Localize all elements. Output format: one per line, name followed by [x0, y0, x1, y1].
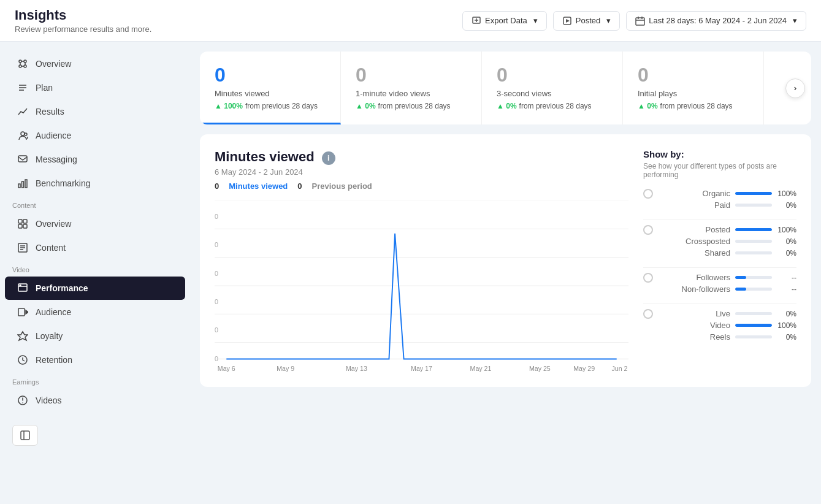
metric-card-1[interactable]: 0 1-minute video views ▲ 0% from previou…: [341, 52, 482, 124]
metric-change: ▲ 0% from previous 28 days: [497, 102, 608, 110]
sidebar-item-label: Results: [36, 107, 64, 116]
svg-rect-24: [22, 181, 24, 188]
show-by-panel: Show by: See how your different types of…: [643, 149, 796, 372]
svg-text:0: 0: [215, 354, 218, 362]
show-by-title: Show by:: [643, 149, 796, 159]
posted-button[interactable]: Posted ▾: [553, 11, 620, 31]
show-by-radio-3[interactable]: [643, 309, 653, 319]
chevron-down-icon: ▾: [793, 16, 797, 25]
svg-text:May 9: May 9: [277, 364, 294, 372]
show-by-label: Paid: [675, 200, 730, 210]
show-by-subtitle: See how your different types of posts ar…: [643, 162, 796, 179]
sidebar-item-plan[interactable]: Plan: [5, 76, 185, 99]
metric-label: Initial plays: [638, 89, 749, 98]
show-by-label: Non-followers: [675, 284, 730, 294]
svg-text:0: 0: [215, 213, 218, 221]
svg-point-11: [19, 65, 21, 67]
sidebar-item-benchmarking[interactable]: Benchmarking: [5, 172, 185, 195]
sidebar-item-audience[interactable]: Audience: [5, 124, 185, 147]
sidebar-item-results[interactable]: Results: [5, 100, 185, 123]
chart-svg: 0 0 0 0 0 0 May 6 May 9 May 13 May 17: [215, 200, 628, 372]
show-by-row: Video 100%: [660, 321, 796, 330]
divider: [643, 267, 796, 268]
legend-current-label[interactable]: Minutes viewed: [229, 181, 288, 191]
show-by-radio-2[interactable]: [643, 273, 653, 283]
divider: [643, 304, 796, 304]
export-data-button[interactable]: Export Data ▾: [462, 11, 547, 31]
info-icon[interactable]: i: [322, 151, 335, 165]
performance-icon: [17, 283, 28, 294]
show-by-row: Organic 100%: [660, 189, 796, 198]
svg-rect-36: [20, 285, 21, 286]
show-by-label: Crossposted: [675, 237, 730, 246]
svg-text:May 6: May 6: [218, 364, 235, 372]
loyalty-icon: [17, 330, 28, 342]
svg-rect-22: [18, 156, 27, 162]
change-text: from previous 28 days: [378, 102, 451, 110]
sidebar-item-video-audience[interactable]: Audience: [5, 300, 185, 324]
metric-card-3[interactable]: 0 Initial plays ▲ 0% from previous 28 da…: [623, 52, 764, 124]
page-subtitle: Review performance results and more.: [15, 25, 151, 34]
change-value: ▲ 100%: [215, 102, 243, 110]
show-by-pct: 100%: [777, 321, 796, 330]
show-by-pct: 100%: [777, 189, 796, 198]
overview-icon: [17, 58, 28, 69]
bar-container: [735, 276, 772, 279]
sidebar-item-label: Overview: [36, 59, 71, 69]
show-by-radio-0[interactable]: [643, 189, 653, 199]
svg-point-12: [24, 65, 26, 67]
results-icon: [17, 106, 28, 117]
show-by-group-1: Posted 100% Crossposted 0% Shared: [643, 225, 796, 260]
metric-card-2[interactable]: 0 3-second views ▲ 0% from previous 28 d…: [482, 52, 623, 124]
sidebar-item-content[interactable]: Content: [5, 236, 185, 259]
show-by-row: Shared 0%: [660, 248, 796, 258]
sidebar-collapse-button[interactable]: [12, 425, 38, 446]
sidebar-item-videos[interactable]: Videos: [5, 389, 185, 412]
metric-next-button[interactable]: ›: [785, 78, 805, 98]
sidebar-item-retention[interactable]: Retention: [5, 348, 185, 372]
video-section-label: Video: [0, 260, 190, 276]
legend-prev-label[interactable]: Previous period: [312, 181, 372, 191]
sidebar-item-label: Overview: [36, 219, 71, 229]
show-by-pct: 0%: [777, 333, 796, 342]
metric-label: 1-minute video views: [356, 89, 467, 98]
show-by-pct: 100%: [777, 226, 796, 234]
sidebar-item-overview[interactable]: Overview: [5, 52, 185, 75]
svg-rect-5: [636, 18, 644, 25]
sidebar-item-messaging[interactable]: Messaging: [5, 148, 185, 171]
date-range-button[interactable]: Last 28 days: 6 May 2024 - 2 Jun 2024 ▾: [626, 11, 806, 31]
bar-container: [735, 251, 772, 254]
bar-container: [735, 192, 772, 195]
metric-label: Minutes viewed: [215, 89, 326, 98]
metric-value: 0: [356, 64, 467, 86]
svg-marker-4: [566, 19, 570, 23]
chart-card: Minutes viewed i 6 May 2024 - 2 Jun 2024…: [200, 134, 811, 387]
show-by-row: Paid 0%: [660, 200, 796, 210]
svg-marker-39: [18, 332, 28, 340]
svg-point-9: [19, 60, 21, 63]
sidebar-item-label: Retention: [36, 355, 72, 365]
change-value: ▲ 0%: [638, 102, 658, 110]
messaging-icon: [17, 154, 28, 165]
legend-current-value: 0: [215, 181, 219, 191]
content-section-label: Content: [0, 196, 190, 212]
show-by-row: Live 0%: [660, 309, 796, 318]
sidebar-item-label: Content: [36, 243, 66, 253]
show-by-label: Video: [675, 321, 730, 330]
svg-rect-26: [18, 220, 22, 223]
svg-rect-25: [25, 180, 27, 188]
metric-card-0[interactable]: 0 Minutes viewed ▲ 100% from previous 28…: [200, 52, 341, 124]
sidebar-item-video-performance[interactable]: Performance: [5, 277, 185, 300]
show-by-radio-1[interactable]: [643, 225, 653, 235]
sidebar: Overview Plan Results Audience Messaging: [0, 42, 190, 504]
sidebar-item-loyalty[interactable]: Loyalty: [5, 324, 185, 348]
sidebar-item-content-overview[interactable]: Overview: [5, 212, 185, 235]
bar-container: [735, 312, 772, 315]
svg-rect-42: [21, 431, 29, 440]
svg-rect-28: [18, 224, 22, 228]
show-by-pct: --: [777, 285, 796, 294]
content-icon: [17, 242, 28, 253]
svg-text:May 25: May 25: [529, 364, 551, 372]
bar-container: [735, 324, 772, 327]
svg-text:0: 0: [215, 326, 218, 334]
